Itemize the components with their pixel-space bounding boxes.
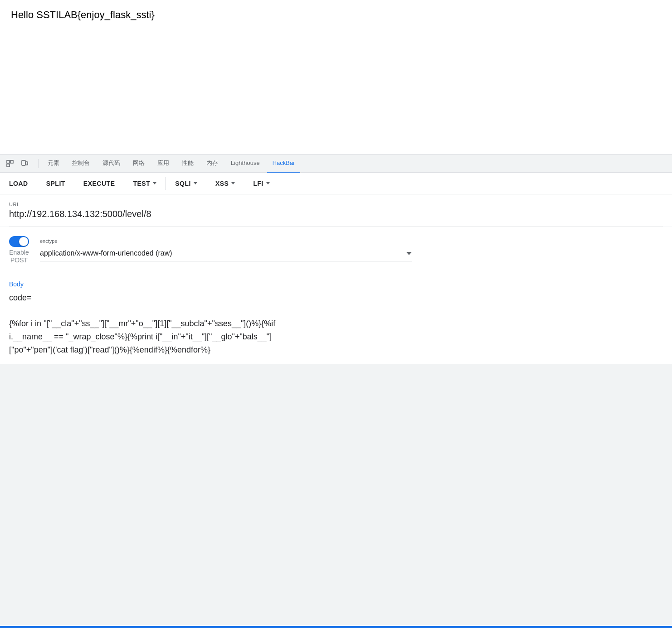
hackbar-sqli-button[interactable]: SQLI — [166, 173, 206, 194]
body-label: Body — [9, 280, 663, 288]
devtools-panel: 元素 控制台 源代码 网络 应用 性能 内存 Lighthouse HackBa… — [0, 154, 672, 625]
body-line2: {%for i in ''["__cla"+"ss__"]["__mr"+"o_… — [9, 317, 663, 330]
hackbar-xss-button[interactable]: XSS — [206, 173, 244, 194]
tab-elements[interactable]: 元素 — [42, 155, 65, 173]
tab-sources[interactable]: 源代码 — [97, 155, 126, 173]
tab-application[interactable]: 应用 — [152, 155, 175, 173]
hackbar-test-button[interactable]: TEST — [124, 173, 166, 194]
hackbar-test-label: TEST — [133, 180, 150, 187]
url-label: URL — [9, 202, 663, 207]
inspector-icon-btn[interactable] — [4, 157, 16, 170]
lfi-arrow-icon — [266, 182, 270, 184]
enable-post-label: Enable POST — [9, 249, 29, 264]
body-line1: code= — [9, 291, 663, 304]
hackbar-split-button[interactable]: SPLIT — [37, 173, 74, 194]
tab-hackbar[interactable]: HackBar — [267, 155, 301, 173]
svg-rect-0 — [7, 160, 10, 163]
svg-rect-4 — [26, 162, 28, 165]
devtools-toolbar: 元素 控制台 源代码 网络 应用 性能 内存 Lighthouse HackBa… — [0, 155, 672, 173]
svg-rect-1 — [10, 160, 13, 163]
toolbar-icon-group — [4, 157, 31, 170]
post-row: Enable POST enctype application/x-www-fo… — [9, 236, 663, 264]
enable-post-toggle[interactable] — [9, 236, 29, 247]
tab-memory[interactable]: 内存 — [201, 155, 224, 173]
toggle-container: Enable POST — [9, 236, 29, 264]
hackbar-sqli-label: SQLI — [175, 180, 191, 187]
enctype-label: enctype — [40, 238, 412, 244]
body-section: Body code= {%for i in ''["__cla"+"ss__"]… — [0, 273, 672, 364]
url-section: URL http://192.168.134.132:5000/level/8 — [0, 194, 672, 227]
enctype-container: enctype application/x-www-form-urlencode… — [40, 238, 412, 261]
enctype-arrow-icon — [406, 252, 412, 255]
body-line3: i.__name__ == "_wrap_close"%}{%print i["… — [9, 330, 663, 343]
xss-arrow-icon — [231, 182, 235, 184]
toolbar-divider-1 — [38, 159, 39, 168]
tab-console[interactable]: 控制台 — [67, 155, 95, 173]
hackbar-execute-button[interactable]: EXECUTE — [74, 173, 124, 194]
hackbar-toolbar: LOAD SPLIT EXECUTE TEST SQLI XSS LFI — [0, 173, 672, 194]
toggle-thumb — [19, 237, 28, 246]
device-icon-btn[interactable] — [18, 157, 31, 170]
page-greeting: Hello SSTILAB{enjoy_flask_ssti} — [11, 9, 661, 21]
tab-network[interactable]: 网络 — [127, 155, 150, 173]
svg-rect-2 — [7, 164, 10, 167]
url-value[interactable]: http://192.168.134.132:5000/level/8 — [9, 209, 663, 219]
bottom-accent-bar — [0, 626, 672, 628]
sqli-arrow-icon — [194, 182, 197, 184]
hackbar-lfi-label: LFI — [253, 180, 263, 187]
svg-rect-3 — [22, 160, 25, 165]
page-content: Hello SSTILAB{enjoy_flask_ssti} — [0, 0, 672, 154]
body-content[interactable]: code= {%for i in ''["__cla"+"ss__"]["__m… — [9, 291, 663, 357]
body-line4: ["po"+"pen"]('cat flag')["read"]()%}{%en… — [9, 343, 663, 357]
hackbar-load-button[interactable]: LOAD — [0, 173, 37, 194]
test-arrow-icon — [153, 182, 156, 184]
post-section: Enable POST enctype application/x-www-fo… — [0, 227, 672, 273]
enctype-value: application/x-www-form-urlencoded (raw) — [40, 249, 172, 257]
tab-performance[interactable]: 性能 — [176, 155, 199, 173]
enctype-select[interactable]: application/x-www-form-urlencoded (raw) — [40, 246, 412, 261]
hackbar-xss-label: XSS — [215, 180, 229, 187]
tab-lighthouse[interactable]: Lighthouse — [225, 155, 265, 173]
toggle-track — [9, 236, 29, 247]
hackbar-lfi-button[interactable]: LFI — [244, 173, 279, 194]
